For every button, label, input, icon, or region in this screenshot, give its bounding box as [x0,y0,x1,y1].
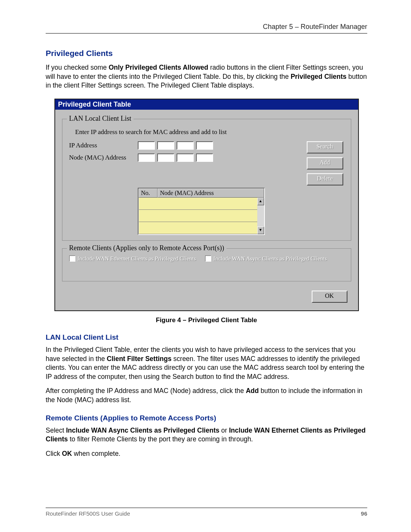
list-header: No. Node (MAC) Address [139,189,264,198]
ip-octet-4[interactable] [196,141,213,150]
checkbox-icon[interactable] [205,256,211,262]
list-body[interactable] [139,198,257,234]
list-header-mac: Node (MAC) Address [158,189,264,198]
dialog-figure: Privileged Client Table LAN Local Client… [54,99,359,311]
lan-p1: In the Privileged Client Table, enter th… [46,345,367,382]
lan-group-legend: LAN Local Client List [67,115,134,123]
mac-row: Node (MAC) Address [69,153,213,162]
remote-ok-text: Click [46,450,62,457]
remote-check-row: Include WAN Ethernet Clients as Privileg… [69,256,346,262]
list-scrollbar[interactable]: ▲ ▼ [257,198,264,234]
chapter-header: Chapter 5 – RouteFinder Manager [46,23,367,33]
remote-groupbox: Remote Clients (Applies only to Remote A… [62,248,351,281]
check-ethernet-label: Include WAN Ethernet Clients as Privileg… [78,256,196,262]
ip-octet-1[interactable] [138,141,155,150]
remote-ok-bold: OK [62,450,72,457]
privileged-client-dialog: Privileged Client Table LAN Local Client… [54,99,359,311]
search-button[interactable]: Search [307,141,343,153]
mac-octet-1[interactable] [138,153,155,162]
document-page: Chapter 5 – RouteFinder Manager Privileg… [0,0,411,532]
lan-section-title: LAN Local Client List [46,333,367,342]
remote-p-text: to filter Remote Clients by the port the… [70,435,253,443]
add-button[interactable]: Add [307,157,343,169]
mac-octet-4[interactable] [196,153,213,162]
list-header-no: No. [139,189,158,198]
footer-page-number: 96 [361,510,367,517]
remote-p1: Select Include WAN Async Clients as Priv… [46,426,367,444]
remote-p-text: Select [46,427,66,434]
remote-section-title: Remote Clients (Applies to Remote Access… [46,414,367,422]
footer-rule [46,508,367,508]
ip-octets [138,141,213,150]
ok-button[interactable]: OK [312,291,347,303]
check-async-item[interactable]: Include WAN Async Clients as Privileged … [205,256,327,262]
page-footer: RouteFinder RF500S User Guide 96 [46,508,367,517]
checkbox-icon[interactable] [69,256,75,262]
intro-bold-2: Privileged Clients [291,73,347,80]
intro-bold-1: Only Privileged Clients Allowed [108,64,208,71]
mac-list-zone: No. Node (MAC) Address ▲ ▼ [69,188,346,235]
scroll-down-icon[interactable]: ▼ [257,227,264,234]
scroll-up-icon[interactable]: ▲ [257,198,264,205]
mac-label: Node (MAC) Address [69,154,138,161]
lan-p1-bold: Client Filter Settings [107,355,172,363]
remote-group-legend: Remote Clients (Applies only to Remote A… [67,244,226,252]
remote-p-bold1: Include WAN Async Clients as Privileged … [66,427,220,434]
ip-octet-3[interactable] [177,141,194,150]
lan-p2: After completing the IP Address and MAC … [46,387,367,404]
scroll-track[interactable] [257,205,264,227]
mac-octet-3[interactable] [177,153,194,162]
intro-text: If you checked some [46,64,108,71]
mac-octets [138,153,213,162]
ok-row: OK [62,289,351,307]
section-title: Privileged Clients [46,49,367,58]
footer-guide: RouteFinder RF500S User Guide [46,510,130,517]
mac-octet-2[interactable] [157,153,174,162]
ip-row: IP Address [69,141,213,150]
lan-p2-text: After completing the IP Address and MAC … [46,387,246,395]
dialog-body: LAN Local Client List Enter IP address t… [55,110,358,310]
remote-p-ok: Click OK when complete. [46,449,367,459]
mac-list[interactable]: No. Node (MAC) Address ▲ ▼ [138,188,265,235]
remote-ok-text: when complete. [74,450,121,457]
lan-instruction: Enter IP address to search for MAC addre… [75,128,346,136]
intro-paragraph: If you checked some Only Privileged Clie… [46,63,367,90]
ip-octet-2[interactable] [157,141,174,150]
figure-caption: Figure 4 – Privileged Client Table [46,316,367,324]
dialog-titlebar: Privileged Client Table [55,99,358,110]
remote-p-text: or [221,427,229,434]
check-async-label: Include WAN Async Clients as Privileged … [213,256,327,262]
header-rule [46,33,367,34]
ip-label: IP Address [69,142,138,149]
lan-groupbox: LAN Local Client List Enter IP address t… [62,119,351,241]
check-ethernet-item[interactable]: Include WAN Ethernet Clients as Privileg… [69,256,196,262]
delete-button[interactable]: Delete [307,173,343,185]
button-column: Search Add Delete [307,141,343,185]
lan-p2-bold: Add [246,387,259,395]
